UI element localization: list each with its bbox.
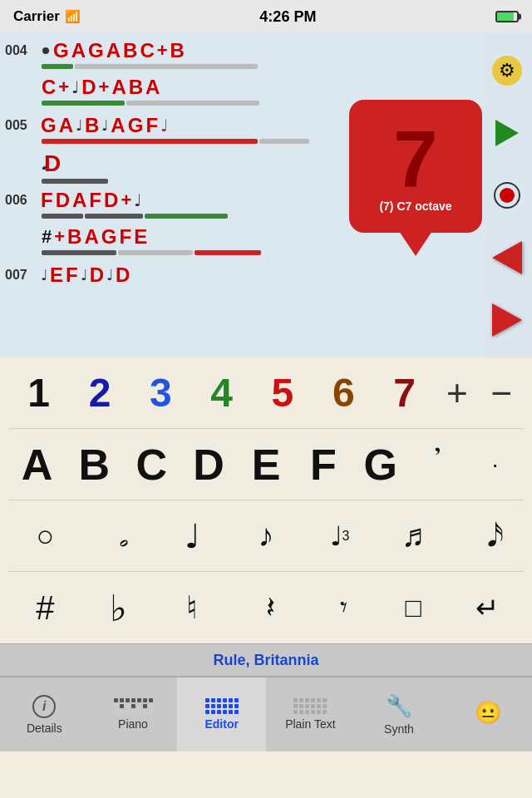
wrench-icon: 🔧 [386,693,412,719]
key-E[interactable]: E [238,440,295,490]
tooltip-label: (7) C7 octave [379,200,451,213]
key-D[interactable]: D [180,440,238,490]
key-C[interactable]: C [123,440,180,490]
key-A[interactable]: A [8,440,66,490]
key-rest[interactable]: 𝄽 [236,578,296,638]
tab-piano[interactable]: Piano [89,677,178,751]
key-plus[interactable]: + [436,372,479,414]
note-B-004: B [123,39,137,62]
quarternote-004: ♩ [71,77,79,97]
piano-grid-icon [114,698,153,714]
gear-icon: ⚙ [492,56,522,86]
bar-006-dark1 [42,214,83,219]
carrier-label: Carrier [13,8,60,25]
bar-004-2-green [42,101,125,106]
measure-num-005: 005 [5,118,38,133]
back-button[interactable] [488,239,526,277]
record-button[interactable] [488,176,526,214]
hash-006: # [42,226,52,248]
key-return[interactable]: ↵ [457,578,517,638]
tab-plaintext-label: Plain Text [285,717,335,731]
tab-piano-label: Piano [118,717,148,731]
measure-num-006: 006 [5,193,38,208]
note-C-004: C [140,39,154,62]
battery-area [495,11,519,22]
note-F-006: F [41,189,53,212]
tab-plaintext[interactable]: Plain Text [266,677,355,751]
key-3[interactable]: 3 [131,363,190,423]
play-icon [495,120,519,146]
note-A-006-2: A [84,225,98,249]
key-minus[interactable]: − [480,372,523,414]
tab-synth[interactable]: 🔧 Synth [355,677,444,751]
song-title-bar: Rule, Britannia [0,643,532,677]
key-1[interactable]: 1 [9,363,69,423]
key-whole[interactable]: ○ [15,506,75,566]
key-thirtysecond[interactable]: 𝅘𝅥𝅯 [457,506,517,566]
key-triplet[interactable]: ♩3 [310,506,370,566]
tab-bar: i Details Piano [0,677,532,751]
arrow-left-icon [492,241,522,274]
key-eighth[interactable]: ♪ [236,506,296,566]
key-flat[interactable]: ♭ [89,578,149,638]
qnote-005a: ♩ [76,116,82,135]
note-D-007b: D [116,264,130,287]
smiley-icon: 😐 [475,700,501,726]
play-button[interactable] [488,114,526,152]
note-G-006: G [101,225,117,249]
note-row-1: ○ 𝅗 ♩ ♪ ♩3 ♬ 𝅘𝅥𝅯 [8,500,524,572]
note-A-004a: A [71,39,86,62]
measure-num-007: 007 [5,268,38,283]
key-sharp[interactable]: # [15,578,75,638]
note-B-006: B [67,225,81,249]
score-area: 004 G A G A B C + B C + ♩ D + A B A [0,33,532,357]
note-D-005: D [44,150,61,177]
qnote-005b: ♩ [101,116,108,135]
note-D-007: D [90,264,104,287]
wifi-icon: 📶 [65,9,81,24]
key-sixteenth[interactable]: ♬ [383,506,443,566]
key-quarter[interactable]: ♩ [162,506,222,566]
bar-006-green [145,214,228,219]
key-2[interactable]: 2 [70,363,130,423]
tab-smiley[interactable]: 😐 [443,677,532,751]
key-grace-note[interactable]: 𝄾 [310,578,370,638]
plus-006-2: + [54,226,65,248]
note-A-006: A [72,189,86,212]
key-dot[interactable]: · [466,435,524,495]
bar-006-dark2 [85,214,143,219]
key-7[interactable]: 7 [375,363,435,423]
tab-details[interactable]: i Details [0,677,89,751]
key-F[interactable]: F [294,440,352,490]
measure-num-004: 004 [5,43,38,58]
tab-editor[interactable]: Editor [177,677,266,751]
key-B[interactable]: B [66,440,123,490]
note-G-005b: G [128,114,144,137]
key-grace[interactable]: 𝄒 [409,435,466,495]
keyboard-area: 1 2 3 4 5 6 7 + − A B C D E F G 𝄒 · ○ 𝅗 … [0,357,532,643]
note-C-004-2: C [42,76,56,99]
forward-button[interactable] [488,301,526,339]
key-square[interactable]: □ [383,578,443,638]
note-A-004c: A [106,39,121,62]
bar-006-2-gray [118,250,193,255]
tooltip-popup: 7 (7) C7 octave [349,100,482,233]
song-title: Rule, Britannia [213,652,318,669]
key-G[interactable]: G [352,440,409,490]
key-natural[interactable]: ♮ [162,578,222,638]
status-bar: Carrier 📶 4:26 PM [0,0,532,33]
note-D-006b: D [104,189,118,212]
qnote-007b: ♩ [81,266,87,284]
measure-004: 004 G A G A B C + B [0,37,532,73]
settings-button[interactable]: ⚙ [488,52,526,90]
note-F-006b: F [89,189,101,212]
record-icon [494,182,520,209]
bar-005-red [42,139,258,144]
measure-007: 007 ♩ E F ♩ D ♩ D [0,261,532,298]
key-half[interactable]: 𝅗 [89,506,149,566]
key-4[interactable]: 4 [192,363,252,423]
plus-004-2: + [58,76,69,98]
bar-006-2-red [195,250,261,255]
key-5[interactable]: 5 [253,363,313,423]
key-6[interactable]: 6 [313,363,373,423]
